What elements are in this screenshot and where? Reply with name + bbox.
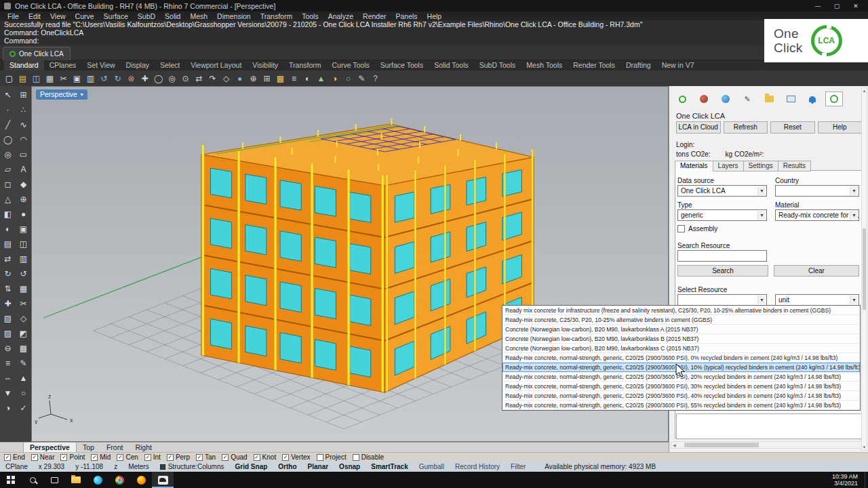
taskbar-edge-icon[interactable] (87, 472, 108, 488)
resource-option[interactable]: Concrete (Norwegian low-carbon), B20 M90… (502, 325, 860, 334)
array-icon[interactable]: ✂ (16, 296, 31, 311)
rotate-icon[interactable]: ⇅ (0, 281, 16, 296)
fillet-icon[interactable]: ◩ (16, 326, 31, 341)
copy-icon[interactable]: ↺ (16, 266, 31, 281)
loft-icon[interactable]: △ (0, 192, 16, 207)
curve-icon[interactable]: ∿ (16, 117, 31, 132)
toggle-record-history[interactable]: Record History (455, 463, 500, 470)
surface-icon[interactable]: ◻ (0, 177, 16, 192)
status-coord-z[interactable]: z (114, 463, 117, 470)
osnap-checkbox[interactable]: ✓ (91, 454, 98, 461)
toolbar-tab-viewport-layout[interactable]: Viewport Layout (185, 60, 247, 70)
menu-file[interactable]: File (3, 12, 24, 20)
mesh-icon[interactable]: ⇄ (0, 251, 16, 266)
show-desktop-button[interactable] (865, 472, 868, 488)
plane-icon[interactable]: ◫ (16, 237, 31, 251)
menu-panels[interactable]: Panels (391, 12, 422, 20)
toolbar-tab-drafting[interactable]: Drafting (620, 60, 656, 70)
layer-state-icon[interactable]: ◑ (0, 401, 16, 415)
toolbar-tab-mesh-tools[interactable]: Mesh Tools (521, 60, 568, 70)
osnap-checkbox[interactable]: ✓ (117, 454, 123, 461)
point-icon[interactable]: · (0, 102, 16, 117)
panel-tab-notifications[interactable] (804, 92, 821, 106)
panel-vertical-scrollbar[interactable]: ▲ ▼ (861, 87, 867, 451)
cylinder-icon[interactable]: ▤ (0, 237, 16, 251)
lca-in-cloud-button[interactable]: LCA in Cloud (676, 121, 721, 134)
resource-option[interactable]: Ready-mix concrete, C25/30, P20, 10-25% … (502, 315, 860, 325)
save-icon[interactable]: ◫ (30, 72, 43, 85)
resource-option[interactable]: Ready-mix concrete, normal-strength, gen… (502, 382, 860, 391)
menu-view[interactable]: View (45, 12, 71, 20)
rectangle-icon[interactable]: ▭ (16, 147, 31, 162)
osnap-int[interactable]: ✓Int (144, 453, 161, 461)
notes-icon[interactable]: ✎ (355, 72, 368, 85)
cone-icon[interactable]: ◐ (0, 222, 16, 237)
tab-settings[interactable]: Settings (744, 161, 778, 171)
trim-icon[interactable]: ▧ (0, 311, 16, 326)
toolbar-tab-render-tools[interactable]: Render Tools (568, 60, 620, 70)
assembly-checkbox-row[interactable]: Assembly (677, 225, 717, 232)
toolbar-tab-curve-tools[interactable]: Curve Tools (327, 60, 375, 70)
gumball-icon[interactable]: ● (233, 72, 246, 85)
assembly-checkbox[interactable] (677, 225, 685, 232)
toolbar-tab-subd-tools[interactable]: SubD Tools (474, 60, 521, 70)
taskbar-clock[interactable]: 10:39 AM 3/4/2021 (832, 473, 865, 487)
viewport-title[interactable]: Perspective ▾ (36, 89, 87, 100)
explode-icon[interactable]: ≡ (0, 356, 16, 371)
taskbar-rhino-icon[interactable] (152, 472, 174, 488)
render-icon[interactable]: ▲ (315, 72, 328, 85)
earth-icon[interactable]: ○ (342, 72, 355, 85)
taskbar-search-icon[interactable] (22, 472, 43, 488)
toggle-gumball[interactable]: Gumball (419, 463, 444, 470)
current-layer[interactable]: Structure:Columns (160, 463, 224, 470)
resource-option[interactable]: Ready-mix concrete, normal-strength, gen… (502, 391, 860, 401)
sun-icon[interactable]: ◑ (328, 72, 341, 85)
join-icon[interactable]: ▨ (0, 326, 16, 341)
tab-layers[interactable]: Layers (713, 161, 744, 171)
taskbar-firefox-icon[interactable] (130, 472, 152, 488)
menu-dimension[interactable]: Dimension (212, 12, 256, 20)
zoom-extents-icon[interactable]: ◎ (165, 72, 178, 85)
panel-tab-render-target[interactable] (673, 92, 691, 106)
status-cplane[interactable]: CPlane (5, 463, 28, 470)
sphere-icon[interactable]: ● (16, 207, 31, 222)
box-icon[interactable]: ◧ (0, 207, 16, 222)
osnap-checkbox[interactable]: ✓ (60, 454, 67, 461)
redo-icon[interactable]: ↻ (111, 72, 124, 85)
new-file-icon[interactable]: ▢ (3, 72, 16, 85)
move-icon[interactable]: ↻ (0, 266, 16, 281)
taskbar-chrome-icon[interactable] (108, 472, 130, 488)
osnap-checkbox[interactable]: ✓ (144, 454, 151, 461)
select-icon[interactable]: ↖ (0, 87, 16, 102)
circle-icon[interactable]: ◯ (0, 132, 16, 147)
tab-materials[interactable]: Materials (675, 161, 713, 171)
viewport-tab-top[interactable]: Top (77, 443, 100, 453)
group-icon[interactable]: ▼ (0, 386, 16, 401)
toolbar-tab-new-in-v7[interactable]: New in V7 (656, 60, 700, 70)
chamfer-icon[interactable]: ⊖ (0, 341, 16, 356)
taskbar-file-explorer-icon[interactable] (65, 472, 87, 488)
reset-button[interactable]: Reset (770, 121, 815, 134)
country-select[interactable]: ▼ (775, 185, 859, 197)
hide-icon[interactable]: ○ (16, 386, 31, 401)
point-cloud-icon[interactable]: ∴ (16, 102, 31, 117)
text-icon[interactable]: A (16, 162, 31, 177)
taskbar-task-view-icon[interactable] (43, 472, 65, 488)
paste-icon[interactable]: ▥ (84, 72, 97, 85)
taskbar-start-icon[interactable] (0, 472, 22, 488)
osnap-knot[interactable]: ✓Knot (254, 453, 277, 461)
osnap-icon[interactable]: ⊕ (247, 72, 260, 85)
rotate-icon[interactable]: ↷ (206, 72, 219, 85)
panel-tab-display[interactable] (782, 92, 800, 106)
scale-icon[interactable]: ◇ (220, 72, 233, 85)
display-mode-icon[interactable]: ◐ (301, 72, 314, 85)
panel-tab-libraries[interactable] (760, 92, 778, 106)
resource-option[interactable]: Concrete (Norwegian low-carbon), B20 M90… (502, 344, 860, 353)
resource-option[interactable]: Ready mix concrete for infrastructure (f… (502, 306, 860, 315)
tab-results[interactable]: Results (778, 161, 811, 171)
scale-icon[interactable]: ▦ (16, 281, 31, 296)
print-icon[interactable]: ▦ (43, 72, 56, 85)
one-click-lca-toolbar-tab[interactable]: One Click LCA (3, 47, 71, 60)
resource-option[interactable]: Ready-mix concrete, normal-strength, gen… (502, 353, 860, 363)
check-icon[interactable]: ✓ (16, 401, 31, 415)
